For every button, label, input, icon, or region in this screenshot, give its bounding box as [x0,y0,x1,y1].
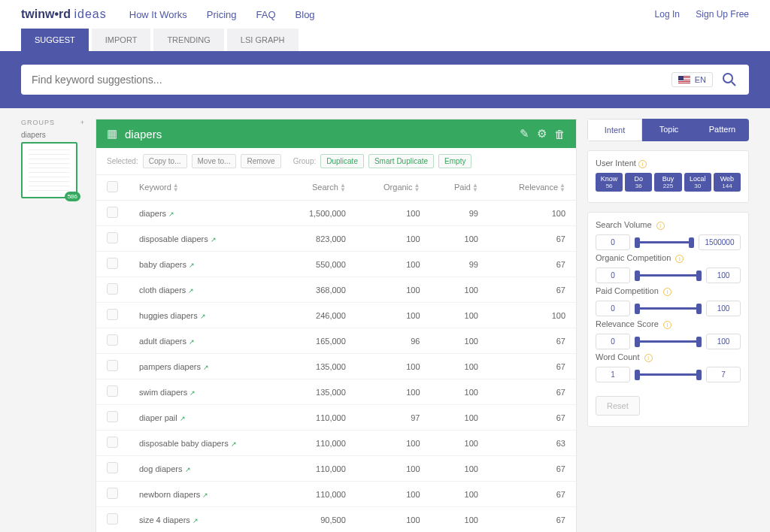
external-link-icon[interactable]: ↗ [189,389,196,397]
info-icon[interactable]: i [656,222,665,230]
gear-icon[interactable]: ⚙ [537,127,547,141]
cell-keyword[interactable]: disposable diapers↗ [129,226,282,252]
intent-chip-know[interactable]: Know56 [596,173,623,192]
cell-keyword[interactable]: huggies diapers↗ [129,303,282,328]
row-checkbox[interactable] [107,309,118,320]
cell-keyword[interactable]: diaper pail↗ [129,405,282,431]
col-paid[interactable]: Paid▲▼ [431,175,489,201]
external-link-icon[interactable]: ↗ [185,466,191,473]
tab-suggest[interactable]: SUGGEST [21,29,89,51]
filter-slider[interactable] [635,302,702,316]
row-checkbox[interactable] [107,207,118,218]
tab-import[interactable]: IMPORT [92,29,151,51]
external-link-icon[interactable]: ↗ [202,491,208,499]
filter-max[interactable]: 100 [706,334,741,349]
cell-keyword[interactable]: newborn diapers↗ [129,482,282,507]
filter-slider[interactable] [635,368,702,382]
intent-chip-local[interactable]: Local30 [684,173,711,192]
nav-blog[interactable]: Blog [296,9,315,20]
filter-max[interactable]: 100 [706,301,741,316]
cell-keyword[interactable]: dog diapers↗ [129,456,282,482]
row-checkbox[interactable] [107,258,118,269]
filter-slider[interactable] [635,335,702,349]
external-link-icon[interactable]: ↗ [231,440,237,448]
cell-keyword[interactable]: size 4 diapers↗ [129,507,282,533]
external-link-icon[interactable]: ↗ [189,338,195,346]
filter-max[interactable]: 1500000 [699,234,741,250]
cell-keyword[interactable]: diapers↗ [129,201,282,226]
filter-min[interactable]: 0 [596,334,630,349]
cell-keyword[interactable]: pampers diapers↗ [129,354,282,379]
cell-keyword[interactable]: baby diapers↗ [129,252,282,277]
external-link-icon[interactable]: ↗ [180,415,186,422]
select-all-checkbox[interactable] [107,181,118,192]
row-checkbox[interactable] [107,411,118,422]
col-keyword[interactable]: Keyword▲▼ [129,175,282,201]
row-checkbox[interactable] [107,488,118,499]
filter-tab-pattern[interactable]: Pattern [696,119,749,141]
filter-tab-topic[interactable]: Topic [642,119,696,141]
intent-chip-do[interactable]: Do36 [625,173,652,192]
signup-link[interactable]: Sign Up Free [696,9,749,20]
nav-pricing[interactable]: Pricing [207,9,237,20]
pencil-icon[interactable]: ✎ [520,127,529,141]
trash-icon[interactable]: 🗑 [554,128,565,141]
info-icon[interactable]: i [663,288,671,296]
move-to-button[interactable]: Move to... [192,154,237,168]
row-checkbox[interactable] [107,283,118,295]
filter-max[interactable]: 7 [706,367,741,382]
external-link-icon[interactable]: ↗ [192,517,199,524]
smart-duplicate-button[interactable]: Smart Duplicate [368,154,434,168]
remove-button[interactable]: Remove [241,154,280,168]
filter-slider[interactable] [635,269,702,283]
external-link-icon[interactable]: ↗ [203,364,209,371]
cell-keyword[interactable]: swim diapers↗ [129,379,282,405]
info-icon[interactable]: i [663,321,671,329]
external-link-icon[interactable]: ↗ [168,210,174,218]
search-icon[interactable] [720,71,738,89]
duplicate-button[interactable]: Duplicate [320,154,364,168]
intent-chip-buy[interactable]: Buy225 [654,173,681,192]
cell-keyword[interactable]: disposable baby diapers↗ [129,431,282,456]
external-link-icon[interactable]: ↗ [200,313,206,320]
filter-tab-intent[interactable]: Intent [587,119,642,141]
row-checkbox[interactable] [107,385,118,397]
external-link-icon[interactable]: ↗ [189,261,195,269]
info-icon[interactable]: i [675,255,684,263]
tab-lsi-graph[interactable]: LSI GRAPH [227,29,299,51]
row-checkbox[interactable] [107,334,118,346]
filter-slider[interactable] [635,236,694,249]
tab-trending[interactable]: TRENDING [153,29,223,51]
col-search[interactable]: Search▲▼ [282,175,356,201]
filter-min[interactable]: 0 [596,268,630,283]
nav-faq[interactable]: FAQ [256,9,276,20]
info-icon[interactable]: i [638,160,647,168]
col-relevance[interactable]: Relevance▲▼ [489,175,576,201]
sidebar-group-item[interactable]: diapers [21,131,85,139]
search-input[interactable] [32,74,671,86]
col-organic[interactable]: Organic▲▼ [356,175,431,201]
row-checkbox[interactable] [107,232,118,243]
external-link-icon[interactable]: ↗ [211,236,217,243]
login-link[interactable]: Log In [655,9,680,20]
row-checkbox[interactable] [107,513,118,524]
logo[interactable]: twinw•rd ideas [21,8,107,21]
external-link-icon[interactable]: ↗ [188,287,194,295]
reset-button[interactable]: Reset [596,396,640,416]
intent-chip-web[interactable]: Web144 [714,173,741,192]
row-checkbox[interactable] [107,462,118,473]
language-selector[interactable]: EN [671,72,713,87]
filter-max[interactable]: 100 [706,268,741,283]
empty-button[interactable]: Empty [438,154,471,168]
add-group-icon[interactable]: + [80,119,85,126]
cell-keyword[interactable]: adult diapers↗ [129,328,282,354]
group-thumbnail[interactable]: 586 [21,142,77,198]
copy-to-button[interactable]: Copy to... [143,154,187,168]
filter-min[interactable]: 0 [596,301,630,316]
filter-min[interactable]: 1 [596,367,630,382]
row-checkbox[interactable] [107,360,118,371]
row-checkbox[interactable] [107,437,118,448]
filter-min[interactable]: 0 [596,234,630,250]
info-icon[interactable]: i [644,354,653,362]
nav-how-it-works[interactable]: How It Works [129,9,187,20]
